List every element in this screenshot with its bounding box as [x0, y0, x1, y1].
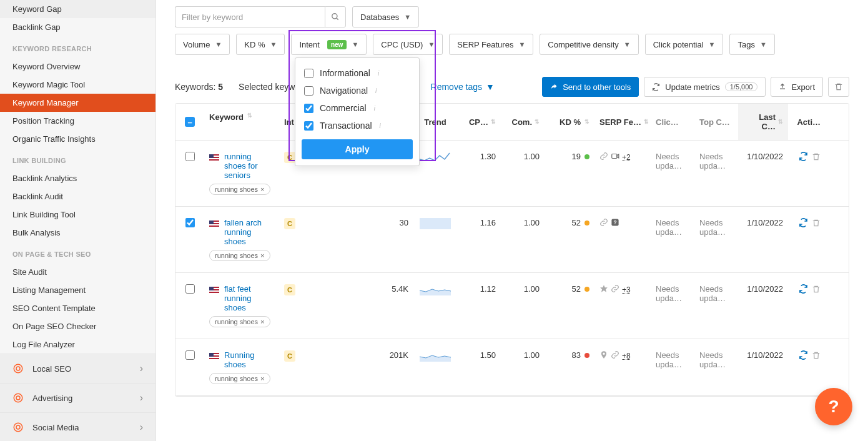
info-icon[interactable]: i	[374, 105, 375, 112]
delete-row-button[interactable]	[812, 285, 821, 295]
info-icon[interactable]: i	[378, 70, 379, 77]
intent-badge: C	[284, 152, 295, 163]
row-checkbox[interactable]	[185, 284, 195, 294]
keyword-tag[interactable]: running shoes ×	[209, 373, 270, 384]
help-button[interactable]: ?	[815, 388, 852, 425]
databases-dropdown[interactable]: Databases▼	[352, 6, 419, 27]
col-top[interactable]: Top C…	[694, 104, 738, 140]
export-button[interactable]: Export	[771, 77, 823, 97]
sidebar-item[interactable]: Keyword Overview	[0, 57, 155, 76]
refresh-row-button[interactable]	[799, 350, 808, 362]
refresh-row-button[interactable]	[799, 284, 808, 295]
row-checkbox[interactable]	[185, 350, 195, 360]
refresh-row-button[interactable]	[799, 218, 808, 229]
intent-filter[interactable]: Intent new ▼	[291, 34, 367, 55]
sidebar-item[interactable]: Backlink Gap	[0, 18, 155, 36]
intent-checkbox[interactable]	[304, 86, 313, 96]
filter-keyword-input[interactable]	[175, 6, 325, 27]
row-checkbox[interactable]	[185, 152, 195, 161]
col-cpc[interactable]: CP…⇅	[457, 104, 501, 140]
trend-sparkline	[413, 218, 457, 229]
intent-option[interactable]: Informationali	[302, 64, 413, 82]
sidebar-item[interactable]: Backlink Analytics	[0, 169, 155, 187]
cpc-filter[interactable]: CPC (USD)▼	[373, 34, 443, 55]
sidebar-footer-item[interactable]: Social Media›	[0, 412, 155, 441]
kd-filter[interactable]: KD %▼	[236, 34, 285, 55]
chevron-down-icon: ▼	[709, 41, 716, 48]
remove-tag-icon[interactable]: ×	[260, 252, 264, 259]
main-content: Databases▼ Volume▼ KD %▼ Intent new ▼ CP…	[156, 0, 868, 441]
apply-button[interactable]: Apply	[302, 139, 413, 159]
keyword-link[interactable]: running shoes for seniors	[224, 152, 274, 180]
sidebar-item[interactable]: Position Tracking	[0, 112, 155, 130]
intent-checkbox[interactable]	[304, 69, 313, 78]
remove-tag-icon[interactable]: ×	[260, 375, 264, 382]
volume-filter[interactable]: Volume▼	[175, 34, 230, 55]
tags-filter[interactable]: Tags▼	[729, 34, 774, 55]
competitive-density-filter[interactable]: Competitive density▼	[540, 34, 638, 55]
sidebar-item[interactable]: Link Building Tool	[0, 206, 155, 224]
sidebar-item[interactable]: Organic Traffic Insights	[0, 130, 155, 148]
intent-badge: C	[284, 218, 295, 229]
remove-tag-icon[interactable]: ×	[260, 318, 264, 325]
keyword-link[interactable]: Running shoes	[224, 350, 274, 369]
refresh-row-button[interactable]	[799, 152, 808, 163]
col-kd[interactable]: KD %⇅	[545, 104, 594, 140]
update-metrics-button[interactable]: Update metrics 1/5,000	[644, 77, 766, 97]
keyword-tag[interactable]: running shoes ×	[209, 184, 270, 195]
intent-checkbox[interactable]	[304, 104, 313, 113]
sidebar-item[interactable]: Log File Analyzer	[0, 335, 155, 354]
intent-option[interactable]: Navigationali	[302, 82, 413, 99]
sidebar-item[interactable]: Bulk Analysis	[0, 224, 155, 242]
intent-option[interactable]: Transactionali	[302, 117, 413, 134]
delete-row-button[interactable]	[812, 152, 821, 163]
select-all-checkbox[interactable]: –	[185, 117, 195, 127]
serp-more-link[interactable]: +3	[622, 285, 631, 294]
sidebar-item[interactable]: SEO Content Template	[0, 299, 155, 317]
trend-sparkline	[413, 284, 457, 295]
serp-features-filter[interactable]: SERP Features▼	[449, 34, 533, 55]
sidebar-item[interactable]: Listing Management	[0, 281, 155, 299]
flag-us-icon	[209, 220, 219, 227]
sidebar-item[interactable]: Backlink Audit	[0, 187, 155, 206]
sidebar-item[interactable]: On Page SEO Checker	[0, 317, 155, 335]
keyword-link[interactable]: fallen arch running shoes	[224, 218, 274, 246]
intent-checkbox[interactable]	[304, 121, 313, 131]
keyword-tag[interactable]: running shoes ×	[209, 316, 270, 327]
top-competitor-value: Needs upda…	[694, 284, 738, 303]
serp-more-link[interactable]: +2	[622, 153, 631, 162]
click-potential-value: Needs upda…	[651, 350, 694, 369]
delete-row-button[interactable]	[812, 219, 821, 229]
row-checkbox[interactable]	[185, 218, 195, 227]
col-keyword[interactable]: Keyword⇅	[204, 104, 279, 140]
com-value: 1.00	[501, 218, 545, 227]
intent-option[interactable]: Commerciali	[302, 99, 413, 117]
pin-icon	[599, 350, 608, 361]
sidebar-item[interactable]: Keyword Magic Tool	[0, 76, 155, 94]
sidebar-item[interactable]: Keyword Gap	[0, 0, 155, 18]
info-icon[interactable]: i	[375, 87, 377, 94]
search-button[interactable]	[325, 6, 346, 27]
remove-tags-link[interactable]: Remove tags ▼	[431, 82, 495, 92]
remove-tag-icon[interactable]: ×	[260, 186, 264, 193]
col-com[interactable]: Com.⇅	[501, 104, 545, 140]
new-badge: new	[327, 40, 347, 49]
delete-row-button[interactable]	[812, 351, 821, 362]
col-last-check[interactable]: Last C…⇅	[738, 104, 788, 140]
info-icon[interactable]: i	[380, 122, 381, 129]
serp-more-link[interactable]: +8	[622, 352, 631, 360]
table-row: fallen arch running shoesrunning shoes ×…	[175, 207, 849, 273]
click-potential-filter[interactable]: Click potential▼	[645, 34, 724, 55]
col-serp[interactable]: SERP Fe…⇅	[594, 104, 651, 140]
sidebar-item[interactable]: Keyword Manager	[0, 94, 155, 112]
sidebar-footer-item[interactable]: Advertising›	[0, 383, 155, 412]
send-to-tools-button[interactable]: Send to other tools	[542, 77, 639, 97]
col-trend[interactable]: Trend	[413, 104, 457, 140]
col-click[interactable]: Clic…	[651, 104, 694, 140]
keyword-tag[interactable]: running shoes ×	[209, 250, 270, 261]
keywords-table: – Keyword⇅ Int… Vol… Trend CP…⇅ Com.⇅ KD…	[175, 103, 849, 397]
keyword-link[interactable]: flat feet running shoes	[224, 284, 274, 312]
sidebar-item[interactable]: Site Audit	[0, 263, 155, 281]
sidebar-footer-item[interactable]: Local SEO›	[0, 354, 155, 383]
delete-all-button[interactable]	[828, 77, 849, 97]
